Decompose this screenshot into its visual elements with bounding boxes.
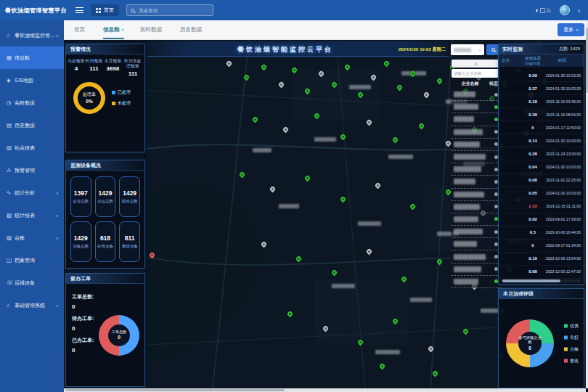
alert-stat-value: 3698 [103, 65, 123, 72]
reading-time: 2023-10-06 16:44:00 [544, 230, 581, 234]
sidebar-item[interactable]: ⌂ 餐饮油烟监控管理系统 ∧ [0, 24, 64, 46]
company-list-item[interactable] [451, 126, 501, 139]
dropdown-collapse-bar[interactable]: ∧ [452, 60, 500, 68]
chevron-icon: ∨ [56, 213, 60, 218]
reading-time: 2024-01-30 10:03:00 [544, 165, 581, 169]
chevron-icon: ∨ [56, 303, 60, 308]
company-name-input[interactable] [452, 69, 500, 78]
sidebar-item[interactable]: ∿ 统计分析 ∨ [0, 181, 64, 204]
company-list-item[interactable] [451, 238, 501, 250]
sidebar-item[interactable]: ☏ 运维设备 [0, 271, 64, 294]
table-row: 0.39 2023-11-16 08:04:00 [499, 108, 584, 121]
chevron-icon: ∨ [56, 191, 60, 195]
sidebar-item[interactable]: ⚠ 预警管理 [0, 159, 64, 181]
sidebar-item[interactable]: ▨ 台账 ∨ [0, 226, 64, 249]
dashboard: 餐饮油烟智能监控云平台 2024/1/30 10:03 星期二 ∨ ∧ [64, 40, 586, 388]
alert-stat-label: 本月预警 [103, 59, 123, 64]
company-name-redacted [454, 142, 480, 147]
breadcrumb-label: 首页 [104, 7, 114, 14]
workorder-stat: 待办工单: 0 [72, 315, 94, 332]
company-list-item[interactable] [451, 264, 501, 276]
search-icon [131, 9, 134, 12]
workorder-stat: 工单总数: 0 [72, 293, 94, 310]
table-row: 0 2022-09-17 01:34:00 [499, 240, 584, 253]
sidebar-item[interactable]: ▧ 统计报表 ∨ [0, 204, 64, 226]
company-list-item[interactable] [451, 250, 501, 263]
sidebar-item-icon: ▦ [7, 54, 15, 61]
map-company-label [349, 85, 371, 89]
device-stat-label: 点位总数 [97, 199, 113, 204]
legend-label: 已处理 [118, 89, 131, 96]
company-list-item[interactable] [451, 163, 501, 176]
menu-toggle-icon[interactable] [75, 7, 83, 13]
chevron-down-icon: ∨ [478, 48, 481, 52]
device-stat-card[interactable]: 1397 企业总数 [70, 176, 91, 217]
company-list-item[interactable] [451, 176, 501, 188]
workorder-stat-label: 工单总数: [72, 293, 94, 301]
breadcrumb[interactable]: 首页 [91, 4, 119, 16]
device-stat-card[interactable]: 618 在线设备 [95, 221, 116, 262]
menu-search[interactable] [126, 4, 213, 16]
notification-icon[interactable]: ♨ [546, 7, 552, 14]
sidebar-item[interactable]: ▦ 信息舱 [0, 46, 64, 69]
company-list-item[interactable] [451, 139, 501, 151]
tab[interactable]: 实时数据 [140, 20, 164, 39]
company-list-item[interactable] [451, 276, 501, 288]
dashboard-banner: 餐饮油烟智能监控云平台 2024/1/30 10:03 星期二 [147, 41, 449, 57]
company-select[interactable]: ∨ [451, 44, 484, 55]
company-list-item[interactable] [451, 189, 501, 201]
company-list-item[interactable] [451, 151, 501, 163]
tab-label: 实时数据 [140, 26, 162, 33]
sidebar-item[interactable]: ◷ 实时数据 [0, 91, 64, 114]
company-list-item[interactable] [451, 113, 501, 126]
reading-time: 2023-11-24 13:00:00 [544, 152, 581, 156]
tab[interactable]: 首页 [74, 20, 87, 39]
device-stat-card[interactable]: 1429 设备总数 [70, 221, 91, 262]
page-horizontal-scrollbar[interactable] [64, 388, 586, 392]
legend-swatch [564, 336, 568, 340]
map-company-label [253, 148, 271, 152]
sidebar-item[interactable]: ▤ 历史数据 [0, 114, 64, 136]
sidebar-item-icon: ∿ [7, 189, 15, 196]
column-company: 企业 [502, 58, 522, 63]
concentration-value: 0.19 [522, 256, 544, 261]
reading-time: 2023-09-01 17:39:00 [544, 217, 581, 221]
more-button[interactable]: 更多 ∨ [558, 23, 584, 36]
company-list-item[interactable] [451, 89, 501, 101]
fullscreen-icon[interactable]: ▢ [539, 7, 546, 14]
device-stat-label: 企业总数 [73, 199, 89, 204]
company-list-header: 企业名称 状态 [451, 79, 501, 89]
legend-label: 优秀 [570, 323, 579, 330]
chevron-icon: ∨ [56, 236, 60, 240]
company-name-redacted [454, 116, 474, 122]
scrollbar-thumb[interactable] [65, 389, 285, 391]
sidebar-item[interactable]: ◈ GIS地图 [0, 69, 64, 91]
menu-search-input[interactable] [137, 7, 203, 14]
sidebar-item-icon: ◷ [7, 99, 15, 106]
legend-item: 整改 [564, 358, 579, 364]
device-stat-card[interactable]: 811 离线设备 [119, 221, 140, 262]
realtime-panel: 实时监测 总数: 1429 企业 油烟浓度 (mg/m3) 时间 0.59 20… [498, 44, 584, 285]
company-list-item[interactable] [451, 213, 501, 226]
company-list-item[interactable] [451, 201, 501, 213]
sidebar-item[interactable]: ▥ 站点报表 [0, 136, 64, 159]
tab-close-icon[interactable]: × [122, 28, 125, 32]
device-stat-card[interactable]: 1429 机组总数 [119, 176, 140, 217]
company-list-item[interactable] [451, 101, 501, 113]
tab[interactable]: 历史数据 [180, 20, 204, 39]
user-menu-chevron-icon[interactable]: ∨ [578, 8, 581, 13]
table-horizontal-scrollbar[interactable] [501, 279, 581, 282]
scrollbar-thumb[interactable] [502, 279, 560, 282]
tab[interactable]: 信息舱 × [103, 20, 124, 39]
company-name-redacted [454, 91, 475, 97]
realtime-table-header: 企业 油烟浓度 (mg/m3) 时间 [499, 54, 584, 67]
company-list-item[interactable] [451, 226, 501, 238]
sidebar-item[interactable]: ◫ 档案查询 [0, 249, 64, 271]
map-company-label [375, 350, 400, 354]
sidebar-item[interactable]: ⌂ 基础管理系统 ∨ [0, 294, 64, 317]
process-rate-donut: 处理率 0% [73, 82, 105, 114]
user-avatar[interactable] [560, 5, 570, 15]
reading-time: 2024-01-30 10:03:00 [544, 86, 581, 91]
sidebar: ⌂ 餐饮油烟监控管理系统 ∧ ▦ 信息舱 ◈ GIS地图 ◷ 实时数据 [0, 20, 64, 392]
device-stat-card[interactable]: 1429 点位总数 [95, 176, 116, 217]
